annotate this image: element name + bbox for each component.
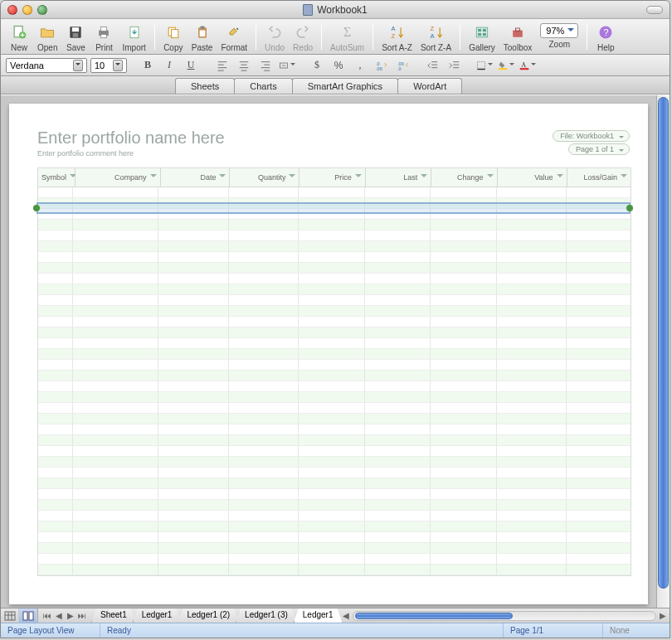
cell[interactable] xyxy=(567,478,631,489)
cell[interactable] xyxy=(73,306,158,317)
cell[interactable] xyxy=(567,360,631,371)
cell[interactable] xyxy=(158,500,228,511)
cell[interactable] xyxy=(73,457,158,468)
cell[interactable] xyxy=(431,295,497,306)
table-row[interactable] xyxy=(38,565,631,575)
cell[interactable] xyxy=(497,198,567,209)
table-row[interactable] xyxy=(38,478,631,489)
vscroll-thumb[interactable] xyxy=(658,97,669,589)
table-row[interactable] xyxy=(38,392,631,403)
cell[interactable] xyxy=(73,532,158,543)
table-row[interactable] xyxy=(38,554,631,565)
cell[interactable] xyxy=(38,446,73,457)
cell[interactable] xyxy=(73,424,158,435)
cell[interactable] xyxy=(497,338,567,349)
cell[interactable] xyxy=(38,198,73,209)
cell[interactable] xyxy=(158,478,228,489)
cell[interactable] xyxy=(158,565,228,575)
cell[interactable] xyxy=(497,187,567,198)
cell[interactable] xyxy=(73,478,158,489)
cell[interactable] xyxy=(365,532,431,543)
cell[interactable] xyxy=(229,274,299,284)
paste-button[interactable]: Paste xyxy=(188,22,217,53)
column-header[interactable]: Company xyxy=(75,168,161,187)
cell[interactable] xyxy=(567,554,631,565)
cell[interactable] xyxy=(299,392,365,403)
cell[interactable] xyxy=(431,230,497,241)
cell[interactable] xyxy=(365,446,431,457)
cell[interactable] xyxy=(567,511,631,521)
cell[interactable] xyxy=(229,457,299,468)
cell[interactable] xyxy=(229,543,299,554)
cell[interactable] xyxy=(567,295,631,306)
cell[interactable] xyxy=(73,381,158,392)
cell[interactable] xyxy=(431,446,497,457)
zoom-control[interactable]: 97%Zoom xyxy=(537,22,582,53)
cell[interactable] xyxy=(299,252,365,263)
sheet-tab[interactable]: Sheet1 xyxy=(91,608,136,623)
cell[interactable] xyxy=(229,403,299,414)
table-row[interactable] xyxy=(38,198,631,209)
cell[interactable] xyxy=(431,478,497,489)
bold-button[interactable]: B xyxy=(139,57,157,74)
cell[interactable] xyxy=(567,414,631,424)
column-header[interactable]: Quantity xyxy=(230,168,299,187)
cell[interactable] xyxy=(229,381,299,392)
cell[interactable] xyxy=(365,435,431,446)
cell[interactable] xyxy=(229,241,299,252)
filter-icon[interactable] xyxy=(150,174,157,181)
cell[interactable] xyxy=(299,446,365,457)
cell[interactable] xyxy=(431,414,497,424)
cell[interactable] xyxy=(365,327,431,338)
cell[interactable] xyxy=(73,360,158,371)
cell[interactable] xyxy=(497,489,567,500)
cell[interactable] xyxy=(299,284,365,295)
cell[interactable] xyxy=(229,478,299,489)
table-row[interactable] xyxy=(38,220,631,230)
table-row[interactable] xyxy=(38,209,631,220)
cell[interactable] xyxy=(497,500,567,511)
cell[interactable] xyxy=(38,241,73,252)
cell[interactable] xyxy=(299,327,365,338)
cell[interactable] xyxy=(73,317,158,327)
hscroll-thumb[interactable] xyxy=(355,613,513,619)
cell[interactable] xyxy=(299,306,365,317)
cell[interactable] xyxy=(229,295,299,306)
cell[interactable] xyxy=(158,511,228,521)
cell[interactable] xyxy=(299,403,365,414)
cell[interactable] xyxy=(73,435,158,446)
table-row[interactable] xyxy=(38,327,631,338)
cell[interactable] xyxy=(497,252,567,263)
cell[interactable] xyxy=(229,284,299,295)
table-row[interactable] xyxy=(38,381,631,392)
underline-button[interactable]: U xyxy=(182,57,200,74)
cell[interactable] xyxy=(158,252,228,263)
new-button[interactable]: New xyxy=(6,22,32,53)
table-row[interactable] xyxy=(38,521,631,532)
cell[interactable] xyxy=(158,230,228,241)
cell[interactable] xyxy=(73,327,158,338)
merge-button[interactable] xyxy=(278,57,296,74)
cell[interactable] xyxy=(497,349,567,360)
cell[interactable] xyxy=(497,327,567,338)
cell[interactable] xyxy=(229,392,299,403)
insert-row-handle[interactable] xyxy=(626,205,633,211)
table-row[interactable] xyxy=(38,511,631,521)
cell[interactable] xyxy=(73,500,158,511)
cell[interactable] xyxy=(299,500,365,511)
cell[interactable] xyxy=(229,511,299,521)
cell[interactable] xyxy=(365,500,431,511)
cell[interactable] xyxy=(497,295,567,306)
table-row[interactable] xyxy=(38,446,631,457)
cell[interactable] xyxy=(73,392,158,403)
cell[interactable] xyxy=(497,543,567,554)
help-button[interactable]: ?Help xyxy=(592,22,619,53)
cell[interactable] xyxy=(497,457,567,468)
cell[interactable] xyxy=(431,187,497,198)
cell[interactable] xyxy=(497,468,567,478)
cell[interactable] xyxy=(567,274,631,284)
column-header[interactable]: Change xyxy=(431,168,497,187)
cell[interactable] xyxy=(365,306,431,317)
sort-za-button[interactable]: ZASort Z-A xyxy=(417,22,455,53)
cell[interactable] xyxy=(229,220,299,230)
